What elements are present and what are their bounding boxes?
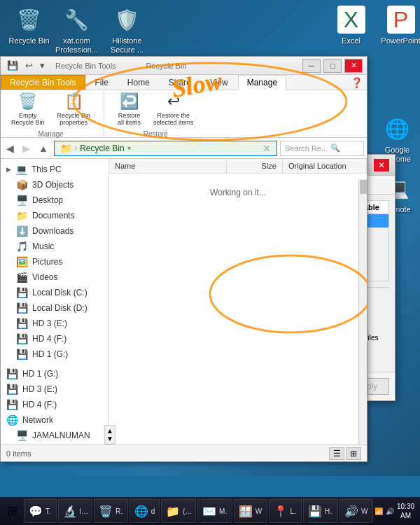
thispc-icon: 💻	[15, 164, 27, 175]
tab-home[interactable]: Home	[118, 75, 159, 90]
file-list: Name Size Original Location Working on i…	[109, 159, 367, 444]
restore-selected-icon: ↩	[167, 92, 180, 111]
dialog-close-btn[interactable]: ✕	[374, 159, 389, 172]
sidebar: ▶ 💻 This PC 📦 3D Objects 🖥️ Desktop 📁 Do…	[1, 159, 109, 444]
quick-dropdown-btn[interactable]: ▾	[38, 59, 47, 71]
music-label: Music	[32, 241, 54, 251]
sidebar-scroll-up[interactable]: ▲	[106, 427, 113, 435]
documents-icon: 📁	[16, 210, 28, 221]
downloads-label: Downloads	[32, 226, 74, 236]
col-location[interactable]: Original Location	[283, 159, 367, 173]
help-btn[interactable]: ❓	[346, 76, 367, 90]
address-bar: ◀ ▶ ▲ 📁 › Recycle Bin ▾ ✕ Search Re... 🔍	[1, 138, 367, 159]
taskbar-te-icon: 💬	[29, 505, 43, 518]
desktop-icon-excel[interactable]: X Excel	[325, 3, 377, 48]
scrollbar[interactable]	[358, 179, 367, 444]
tab-share[interactable]: Share	[160, 75, 200, 90]
list-view-btn[interactable]: ☰	[329, 447, 344, 460]
ddrive-icon: 💾	[16, 302, 28, 314]
col-size[interactable]: Size	[227, 159, 283, 173]
expand-icon: ▶	[6, 166, 11, 173]
explorer-window: 💾 ↩ ▾ Recycle Bin Tools Recycle Bin ─ □ …	[0, 56, 368, 462]
music-icon: 🎵	[16, 241, 28, 252]
desktop-icon-recycle-bin[interactable]: 🗑️ Recycle Bin	[3, 3, 55, 48]
taskbar-item-re[interactable]: 🗑️ Re...	[94, 499, 128, 523]
taskbar-lo-icon: 📍	[274, 505, 288, 518]
quick-save-btn[interactable]: 💾	[5, 59, 20, 71]
network-icon: 🌐	[6, 414, 18, 426]
network-status-icon: 📶	[374, 507, 383, 515]
taskbar-item-wi[interactable]: 🪟 Wi...	[234, 499, 267, 523]
sidebar-item-3dobjects[interactable]: 📦 3D Objects	[1, 177, 108, 192]
search-placeholder: Search Re...	[285, 144, 328, 153]
restore-all-btn[interactable]: ↩️ Restoreall items	[113, 90, 146, 129]
hd4ftop-label: HD 4 (F:)	[22, 400, 57, 410]
taskbar-item-wi2[interactable]: 🔊 Wi...	[340, 499, 373, 523]
sidebar-item-downloads[interactable]: ⬇️ Downloads	[1, 223, 108, 239]
recycle-bin-label: Recycle Bin	[6, 36, 52, 46]
sidebar-item-ddrive[interactable]: 💾 Local Disk (D:)	[1, 300, 108, 316]
sidebar-item-pictures[interactable]: 🖼️ Pictures	[1, 254, 108, 270]
sidebar-item-hd1g-top[interactable]: 💾 HD 1 (G:)	[1, 366, 108, 382]
tab-file[interactable]: File	[86, 75, 118, 90]
col-name[interactable]: Name	[109, 159, 227, 173]
taskbar-item-me[interactable]: ✉️ Me...	[197, 499, 232, 523]
tab-manage[interactable]: Manage	[238, 75, 286, 90]
taskbar-right: 📶 🔊 10:30 AM	[374, 502, 417, 520]
sidebar-item-network[interactable]: 🌐 Network	[1, 412, 108, 428]
tab-recycle-tools[interactable]: Recycle Bin Tools	[1, 75, 85, 90]
sidebar-item-videos[interactable]: 🎬 Videos	[1, 270, 108, 285]
scrollbar-thumb[interactable]	[360, 180, 367, 194]
quick-undo-btn[interactable]: ↩	[23, 59, 35, 71]
window-title-bar: Recycle Bin Tools Recycle Bin	[50, 62, 300, 70]
details-view-btn[interactable]: ⊞	[346, 447, 361, 460]
taskbar-item-lo[interactable]: 📍 Lo...	[269, 499, 302, 523]
sidebar-item-hd4f-top[interactable]: 💾 HD 4 (F:)	[1, 397, 108, 412]
sidebar-scroll-down[interactable]: ▼	[106, 435, 113, 442]
sidebar-item-hd4f[interactable]: 💾 HD 4 (F:)	[1, 331, 108, 346]
taskbar-item-lab[interactable]: 🔬 lab...	[58, 499, 92, 523]
taskbar-item-d[interactable]: 🌐 d...	[130, 499, 160, 523]
chrome-icon: 🌐	[384, 115, 412, 143]
tab-view[interactable]: View	[201, 75, 237, 90]
xat-label: xat.comProfession...	[53, 36, 100, 55]
sidebar-item-thispc[interactable]: ▶ 💻 This PC	[1, 162, 108, 177]
taskbar-item-hd[interactable]: 💾 HD...	[303, 499, 338, 523]
desktop-icon-hillstone[interactable]: 🛡️ HillstoneSecure ...	[101, 3, 153, 57]
taskbar-time-text: 10:30	[397, 502, 414, 511]
address-input[interactable]: 📁 › Recycle Bin ▾ ✕	[54, 141, 277, 156]
desktop-icon-xat[interactable]: 🔧 xat.comProfession...	[50, 3, 103, 57]
ribbon-toolbar: 🗑️ EmptyRecycle Bin 📋 Recycle Binpropert…	[1, 90, 367, 138]
pictures-label: Pictures	[32, 257, 62, 267]
sidebar-item-hd3e-top[interactable]: 💾 HD 3 (E:)	[1, 382, 108, 397]
up-btn[interactable]: ▲	[36, 141, 51, 155]
documents-label: Documents	[32, 211, 75, 220]
back-btn[interactable]: ◀	[4, 141, 17, 155]
taskbar: ⊞ 💬 Te... 🔬 lab... 🗑️ Re... 🌐 d... 📁 (14…	[0, 497, 420, 525]
address-clear-btn[interactable]: ✕	[262, 143, 271, 154]
taskbar-item-14[interactable]: 📁 (14...	[161, 499, 196, 523]
desktop: 🗑️ Recycle Bin 🔧 xat.comProfession... 🛡️…	[0, 0, 420, 476]
close-btn[interactable]: ✕	[344, 59, 363, 73]
search-box[interactable]: Search Re... 🔍	[280, 141, 364, 156]
sidebar-item-desktop[interactable]: 🖥️ Desktop	[1, 192, 108, 208]
sidebar-item-music[interactable]: 🎵 Music	[1, 239, 108, 254]
hd4f-icon: 💾	[16, 333, 28, 344]
restore-selected-btn[interactable]: ↩ Restore theselected items	[148, 90, 199, 129]
taskbar-item-te[interactable]: 💬 Te...	[24, 499, 57, 523]
properties-btn[interactable]: 📋 Recycle Binproperties	[52, 90, 96, 129]
sidebar-item-jamalnuman[interactable]: 🖥️ JAMALNUMAN	[1, 428, 108, 443]
sidebar-item-hd3e[interactable]: 💾 HD 3 (E:)	[1, 316, 108, 331]
taskbar-clock[interactable]: 10:30 AM	[397, 502, 414, 520]
sidebar-item-hd1g[interactable]: 💾 HD 1 (G:)	[1, 346, 108, 362]
recycle-bin-icon: 🗑️	[15, 6, 43, 34]
empty-recycle-btn[interactable]: 🗑️ EmptyRecycle Bin	[6, 90, 50, 129]
sidebar-item-documents[interactable]: 📁 Documents	[1, 208, 108, 223]
forward-btn[interactable]: ▶	[20, 141, 33, 155]
start-button[interactable]: ⊞	[3, 498, 22, 524]
minimize-btn[interactable]: ─	[302, 59, 321, 73]
sidebar-item-cdrive[interactable]: 💾 Local Disk (C:)	[1, 285, 108, 300]
desktop-icon-powerpoint[interactable]: P PowerPoint	[374, 3, 420, 48]
status-bar: 0 items ☰ ⊞	[1, 444, 367, 461]
maximize-btn[interactable]: □	[323, 59, 342, 73]
